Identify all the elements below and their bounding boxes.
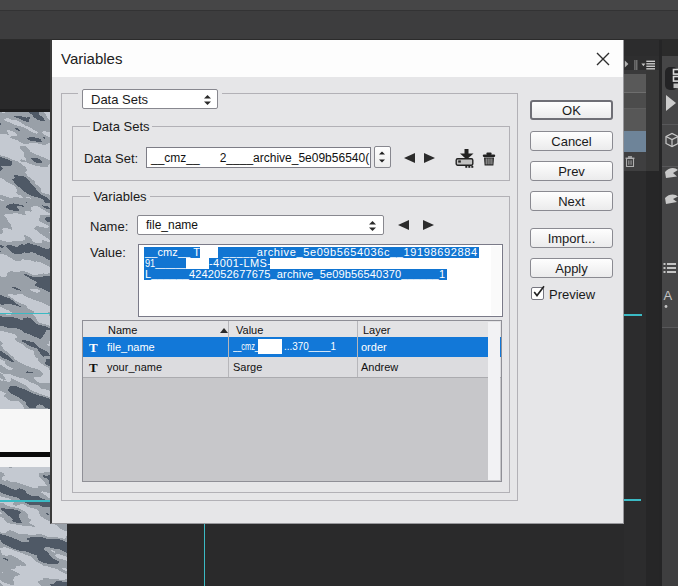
svg-text:L______4242052677675_archive_5: L______4242052677675_archive_5e09b565403… [145, 268, 445, 280]
svg-text:...370____1: ...370____1 [284, 340, 336, 352]
svg-text:__cmz_: __cmz_ [233, 340, 260, 352]
svg-text:A: A [664, 288, 673, 303]
